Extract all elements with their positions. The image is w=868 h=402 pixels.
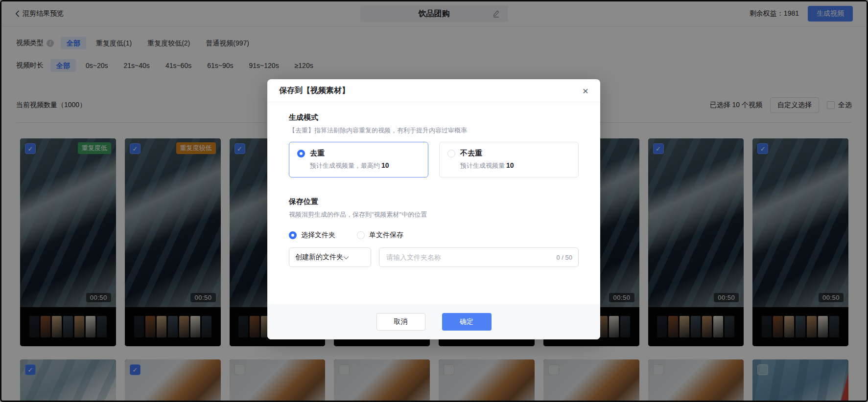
radio-icon[interactable] xyxy=(447,150,455,157)
mode-option-card[interactable]: 不去重预计生成视频量10 xyxy=(439,142,579,178)
radio-label: 选择文件夹 xyxy=(301,231,335,240)
mode-option-top: 去重 xyxy=(297,149,420,158)
folder-select[interactable]: 创建新的文件夹 xyxy=(289,247,371,267)
confirm-button[interactable]: 确定 xyxy=(442,313,492,331)
save-location-radio[interactable]: 选择文件夹 xyxy=(289,231,335,240)
mode-option-top: 不去重 xyxy=(447,149,570,158)
save-location-radios: 选择文件夹单文件保存 xyxy=(289,231,579,240)
radio-icon[interactable] xyxy=(297,150,305,157)
char-counter: 0 / 50 xyxy=(556,254,572,261)
estimated-count: 10 xyxy=(506,161,514,169)
generation-mode-heading: 生成模式 xyxy=(289,113,579,122)
folder-name-input[interactable] xyxy=(385,253,552,262)
generation-mode-desc: 【去重】指算法剔除内容重复的视频，有利于提升内容过审概率 xyxy=(289,126,579,135)
cancel-button[interactable]: 取消 xyxy=(376,313,425,331)
close-icon[interactable]: × xyxy=(583,86,588,96)
radio-icon[interactable] xyxy=(357,231,365,239)
generation-mode-options: 去重预计生成视频量，最高约10不去重预计生成视频量10 xyxy=(289,142,579,178)
mode-option-desc: 预计生成视频量10 xyxy=(460,161,570,170)
dialog-title: 保存到【视频素材】 xyxy=(279,86,350,96)
save-location-heading: 保存位置 xyxy=(289,197,579,206)
save-location-radio[interactable]: 单文件保存 xyxy=(357,231,403,240)
dialog-header: 保存到【视频素材】 × xyxy=(267,79,600,102)
radio-icon[interactable] xyxy=(289,231,297,239)
chevron-down-icon xyxy=(343,253,349,261)
mode-option-label: 去重 xyxy=(310,149,325,158)
mode-option-card[interactable]: 去重预计生成视频量，最高约10 xyxy=(289,142,428,178)
mode-option-label: 不去重 xyxy=(460,149,482,158)
folder-name-field: 0 / 50 xyxy=(379,247,579,267)
mode-option-desc: 预计生成视频量，最高约10 xyxy=(310,161,420,170)
save-dialog: 保存到【视频素材】 × 生成模式 【去重】指算法剔除内容重复的视频，有利于提升内… xyxy=(267,79,600,339)
estimated-count: 10 xyxy=(381,161,389,169)
dialog-footer: 取消 确定 xyxy=(267,304,600,339)
folder-fields: 创建新的文件夹 0 / 50 xyxy=(289,247,579,267)
folder-select-value: 创建新的文件夹 xyxy=(295,253,343,262)
save-location-section: 保存位置 视频混剪生成的作品，保存到"视频素材"中的位置 选择文件夹单文件保存 … xyxy=(289,197,579,267)
dialog-body: 生成模式 【去重】指算法剔除内容重复的视频，有利于提升内容过审概率 去重预计生成… xyxy=(267,102,600,267)
save-location-desc: 视频混剪生成的作品，保存到"视频素材"中的位置 xyxy=(289,210,579,219)
radio-label: 单文件保存 xyxy=(369,231,403,240)
